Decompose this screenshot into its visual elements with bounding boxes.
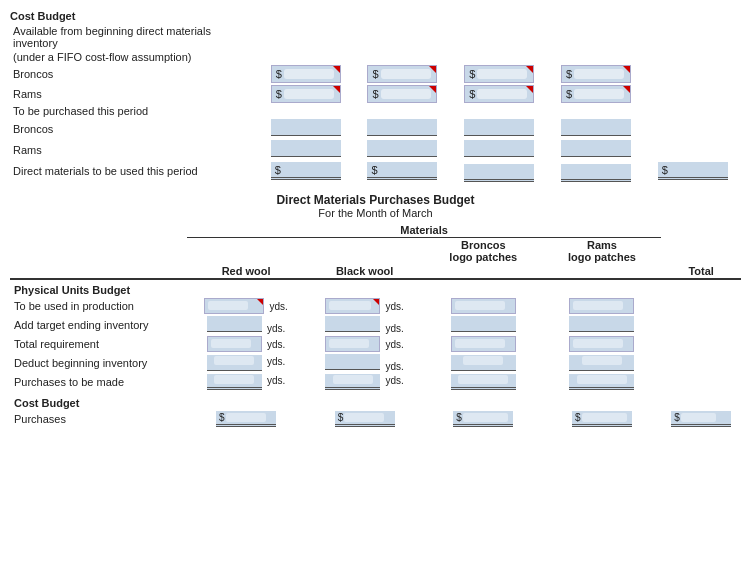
purchases-budget-title2: For the Month of March — [10, 207, 741, 219]
total-req-col2[interactable] — [325, 336, 380, 352]
direct-mat-col4[interactable] — [561, 164, 631, 182]
main-budget-table: Materials Broncoslogo patches Ramslogo p… — [10, 223, 741, 428]
broncos-avail-col3[interactable] — [464, 65, 534, 83]
header-broncos: Broncoslogo patches — [424, 237, 543, 264]
purch-made-col2-unit: yds. — [384, 375, 404, 386]
purch-made-col1-unit: yds. — [265, 375, 285, 386]
direct-mat-col2[interactable] — [367, 162, 437, 180]
broncos-purch-col3[interactable] — [464, 119, 534, 136]
target-ending-label: Add target ending inventory — [10, 315, 187, 335]
target-end-col2[interactable] — [325, 316, 380, 332]
broncos-avail-col4-wrap — [561, 65, 631, 83]
to-be-purchased-header-row: To be purchased this period — [10, 104, 741, 118]
cost-budget-section-label: Cost Budget — [10, 391, 741, 410]
direct-materials-row: Direct materials to be used this period — [10, 160, 741, 183]
direct-mat-col3[interactable] — [464, 164, 534, 182]
cost-budget-title: Cost Budget — [10, 10, 741, 22]
to-be-purchased-label: To be purchased this period — [10, 104, 257, 118]
rams-avail-col2[interactable] — [367, 85, 437, 103]
purchases-row: Purchases — [10, 410, 741, 428]
purchases-col3[interactable] — [453, 411, 513, 427]
total-req-col3[interactable] — [451, 336, 516, 352]
target-end-col3[interactable] — [451, 316, 516, 332]
direct-materials-label: Direct materials to be used this period — [10, 160, 257, 183]
target-ending-inventory-row: Add target ending inventory yds. yds. — [10, 315, 741, 335]
deduct-beg-label: Deduct beginning inventory — [10, 353, 187, 373]
cost-budget-table: Available from beginning direct material… — [10, 24, 741, 183]
purch-made-col3[interactable] — [451, 374, 516, 390]
total-requirement-row: Total requirement yds. yds. — [10, 335, 741, 353]
purch-made-col2[interactable] — [325, 374, 380, 390]
target-end-col1[interactable] — [207, 316, 262, 332]
physical-units-label: Physical Units Budget — [10, 279, 741, 297]
broncos-available-label: Broncos — [10, 64, 257, 84]
broncos-avail-col4[interactable] — [561, 65, 631, 83]
deduct-beg-col2[interactable] — [325, 354, 380, 370]
used-prod-col3[interactable] — [451, 298, 516, 314]
header-total: Total — [661, 264, 741, 279]
purchases-col5-total[interactable] — [671, 411, 731, 427]
broncos-available-row: Broncos — [10, 64, 741, 84]
used-prod-col2[interactable] — [325, 298, 380, 314]
available-header-row: Available from beginning direct material… — [10, 24, 741, 50]
deduct-beg-col4[interactable] — [569, 355, 634, 371]
rams-purch-col2[interactable] — [367, 140, 437, 157]
header-black-wool: Black wool — [305, 264, 424, 279]
deduct-beg-col1-unit: yds. — [265, 356, 285, 367]
broncos-purch-col1[interactable] — [271, 119, 341, 136]
purchases-col4[interactable] — [572, 411, 632, 427]
fifo-label: (under a FIFO cost-flow assumption) — [10, 50, 257, 64]
rams-available-row: Rams — [10, 84, 741, 104]
purch-made-col4[interactable] — [569, 374, 634, 390]
purchases-row-label: Purchases — [10, 410, 187, 428]
deduct-beg-col3[interactable] — [451, 355, 516, 371]
used-prod-col1[interactable] — [204, 298, 264, 314]
broncos-avail-col2[interactable] — [367, 65, 437, 83]
total-req-col2-unit: yds. — [384, 339, 404, 350]
target-end-col2-unit: yds. — [384, 323, 404, 334]
broncos-purch-col4[interactable] — [561, 119, 631, 136]
direct-mat-col1[interactable] — [271, 162, 341, 180]
sub-header-row: Broncoslogo patches Ramslogo patches — [10, 237, 741, 264]
broncos-avail-col3-wrap — [464, 65, 534, 83]
available-label: Available from beginning direct material… — [10, 24, 257, 50]
column-headers-row: Red wool Black wool Total — [10, 264, 741, 279]
physical-units-section-row: Physical Units Budget — [10, 279, 741, 297]
used-prod-col4[interactable] — [569, 298, 634, 314]
broncos-avail-col1-wrap — [271, 65, 341, 83]
fifo-row: (under a FIFO cost-flow assumption) — [10, 50, 741, 64]
broncos-purchased-row: Broncos — [10, 118, 741, 139]
purch-made-col1[interactable] — [207, 374, 262, 390]
used-in-production-row: To be used in production yds. yds. — [10, 297, 741, 315]
header-red-wool: Red wool — [187, 264, 306, 279]
broncos-purch-col2[interactable] — [367, 119, 437, 136]
broncos-avail-col1[interactable] — [271, 65, 341, 83]
deduct-beginning-row: Deduct beginning inventory yds. yds. — [10, 353, 741, 373]
purchases-col2[interactable] — [335, 411, 395, 427]
purchases-budget-title1: Direct Materials Purchases Budget — [10, 193, 741, 207]
materials-header-row: Materials — [10, 223, 741, 238]
target-end-col4[interactable] — [569, 316, 634, 332]
used-prod-col1-unit: yds. — [267, 301, 287, 312]
rams-purch-col1[interactable] — [271, 140, 341, 157]
purchases-to-be-made-row: Purchases to be made yds. yds. — [10, 373, 741, 391]
rams-purchased-label: Rams — [10, 139, 257, 160]
deduct-beg-col1[interactable] — [207, 355, 262, 371]
target-end-col1-unit: yds. — [265, 323, 285, 334]
purchases-col1[interactable] — [216, 411, 276, 427]
rams-avail-col3[interactable] — [464, 85, 534, 103]
materials-header: Materials — [187, 223, 661, 238]
rams-avail-col4[interactable] — [561, 85, 631, 103]
purchases-budget-heading: Direct Materials Purchases Budget For th… — [10, 193, 741, 219]
used-prod-col2-unit: yds. — [384, 301, 404, 312]
rams-purch-col3[interactable] — [464, 140, 534, 157]
total-req-col1-unit: yds. — [265, 339, 285, 350]
total-req-col1[interactable] — [207, 336, 262, 352]
rams-avail-col1[interactable] — [271, 85, 341, 103]
purchases-made-label: Purchases to be made — [10, 373, 187, 391]
total-req-col4[interactable] — [569, 336, 634, 352]
used-prod-col1-wrap — [204, 298, 264, 314]
rams-purch-col4[interactable] — [561, 140, 631, 157]
direct-mat-col5[interactable] — [658, 162, 728, 180]
used-in-production-label: To be used in production — [10, 297, 187, 315]
